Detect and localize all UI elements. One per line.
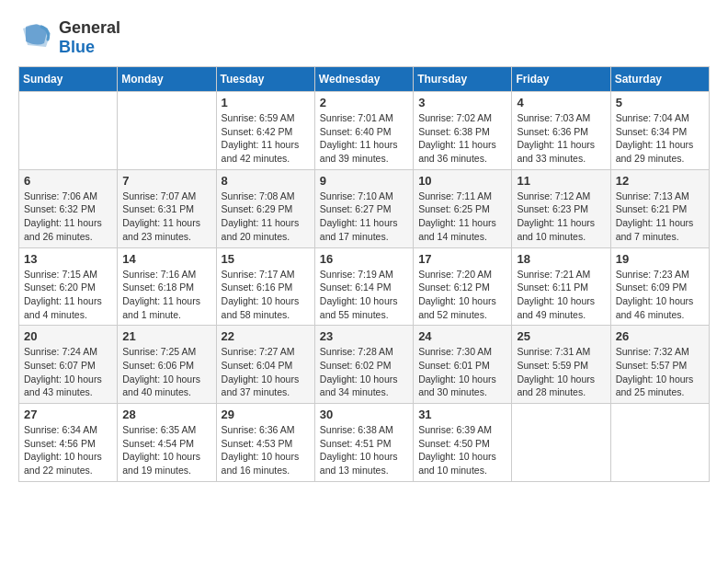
day-number: 21 (122, 329, 210, 343)
logo-icon (18, 19, 55, 56)
calendar-cell: 5Sunrise: 7:04 AM Sunset: 6:34 PM Daylig… (610, 92, 709, 170)
day-number: 13 (24, 252, 112, 266)
day-number: 8 (222, 174, 310, 188)
week-row-1: 1Sunrise: 6:59 AM Sunset: 6:42 PM Daylig… (19, 92, 710, 170)
calendar-cell: 29Sunrise: 6:36 AM Sunset: 4:53 PM Dayli… (216, 404, 314, 482)
day-number: 23 (320, 329, 408, 343)
day-detail: Sunrise: 7:10 AM Sunset: 6:27 PM Dayligh… (320, 190, 408, 244)
calendar-cell: 6Sunrise: 7:06 AM Sunset: 6:32 PM Daylig… (19, 169, 118, 247)
day-number: 7 (122, 174, 210, 188)
day-detail: Sunrise: 7:01 AM Sunset: 6:40 PM Dayligh… (320, 111, 408, 166)
day-number: 3 (418, 96, 506, 109)
calendar-cell: 31Sunrise: 6:39 AM Sunset: 4:50 PM Dayli… (414, 404, 512, 482)
day-detail: Sunrise: 6:35 AM Sunset: 4:54 PM Dayligh… (122, 423, 210, 477)
day-detail: Sunrise: 7:25 AM Sunset: 6:06 PM Dayligh… (122, 345, 210, 399)
calendar-cell: 11Sunrise: 7:12 AM Sunset: 6:23 PM Dayli… (512, 169, 610, 247)
day-detail: Sunrise: 6:38 AM Sunset: 4:51 PM Dayligh… (320, 423, 408, 477)
calendar-cell: 22Sunrise: 7:27 AM Sunset: 6:04 PM Dayli… (216, 326, 314, 404)
weekday-header-thursday: Thursday (414, 67, 512, 92)
day-number: 16 (320, 252, 408, 266)
day-number: 12 (616, 174, 704, 188)
logo-general-text: General (59, 18, 120, 38)
calendar-cell: 3Sunrise: 7:02 AM Sunset: 6:38 PM Daylig… (414, 92, 512, 170)
calendar-cell: 30Sunrise: 6:38 AM Sunset: 4:51 PM Dayli… (314, 404, 413, 482)
calendar-cell: 12Sunrise: 7:13 AM Sunset: 6:21 PM Dayli… (610, 169, 709, 247)
day-number: 30 (320, 408, 408, 421)
calendar-cell: 9Sunrise: 7:10 AM Sunset: 6:27 PM Daylig… (314, 169, 413, 247)
day-detail: Sunrise: 7:04 AM Sunset: 6:34 PM Dayligh… (616, 111, 704, 166)
day-detail: Sunrise: 7:03 AM Sunset: 6:36 PM Dayligh… (517, 111, 605, 166)
calendar-cell: 27Sunrise: 6:34 AM Sunset: 4:56 PM Dayli… (19, 404, 118, 482)
day-detail: Sunrise: 7:15 AM Sunset: 6:20 PM Dayligh… (24, 268, 112, 322)
logo: General Blue (18, 18, 120, 57)
day-detail: Sunrise: 7:02 AM Sunset: 6:38 PM Dayligh… (418, 111, 506, 166)
weekday-header-friday: Friday (512, 67, 610, 92)
day-number: 11 (517, 174, 605, 188)
calendar-cell (512, 404, 610, 482)
day-number: 17 (418, 252, 506, 266)
calendar-cell: 17Sunrise: 7:20 AM Sunset: 6:12 PM Dayli… (414, 247, 512, 326)
day-number: 25 (517, 329, 605, 343)
calendar-cell: 15Sunrise: 7:17 AM Sunset: 6:16 PM Dayli… (216, 247, 314, 326)
day-number: 1 (222, 96, 310, 109)
calendar-cell: 16Sunrise: 7:19 AM Sunset: 6:14 PM Dayli… (314, 247, 413, 326)
day-number: 22 (222, 329, 310, 343)
weekday-header-wednesday: Wednesday (314, 67, 413, 92)
day-number: 20 (24, 329, 112, 343)
day-number: 6 (24, 174, 112, 188)
calendar-cell: 20Sunrise: 7:24 AM Sunset: 6:07 PM Dayli… (19, 326, 118, 404)
calendar-cell: 8Sunrise: 7:08 AM Sunset: 6:29 PM Daylig… (216, 169, 314, 247)
day-number: 4 (517, 96, 605, 109)
weekday-header-monday: Monday (118, 67, 216, 92)
day-detail: Sunrise: 7:08 AM Sunset: 6:29 PM Dayligh… (222, 190, 310, 244)
day-number: 10 (418, 174, 506, 188)
day-number: 31 (418, 408, 506, 421)
day-number: 18 (517, 252, 605, 266)
calendar-cell: 21Sunrise: 7:25 AM Sunset: 6:06 PM Dayli… (118, 326, 216, 404)
calendar-cell: 10Sunrise: 7:11 AM Sunset: 6:25 PM Dayli… (414, 169, 512, 247)
day-number: 29 (222, 408, 310, 421)
day-detail: Sunrise: 7:20 AM Sunset: 6:12 PM Dayligh… (418, 268, 506, 322)
calendar-cell: 28Sunrise: 6:35 AM Sunset: 4:54 PM Dayli… (118, 404, 216, 482)
weekday-header-tuesday: Tuesday (216, 67, 314, 92)
calendar-cell: 23Sunrise: 7:28 AM Sunset: 6:02 PM Dayli… (314, 326, 413, 404)
day-detail: Sunrise: 6:34 AM Sunset: 4:56 PM Dayligh… (24, 423, 112, 477)
day-detail: Sunrise: 7:06 AM Sunset: 6:32 PM Dayligh… (24, 190, 112, 244)
week-row-5: 27Sunrise: 6:34 AM Sunset: 4:56 PM Dayli… (19, 404, 710, 482)
weekday-header-row: SundayMondayTuesdayWednesdayThursdayFrid… (19, 67, 710, 92)
header: General Blue (18, 18, 710, 57)
day-detail: Sunrise: 7:12 AM Sunset: 6:23 PM Dayligh… (517, 190, 605, 244)
day-detail: Sunrise: 7:21 AM Sunset: 6:11 PM Dayligh… (517, 268, 605, 322)
day-number: 26 (616, 329, 704, 343)
day-detail: Sunrise: 7:23 AM Sunset: 6:09 PM Dayligh… (616, 268, 704, 322)
day-detail: Sunrise: 6:59 AM Sunset: 6:42 PM Dayligh… (222, 111, 310, 166)
calendar-cell: 14Sunrise: 7:16 AM Sunset: 6:18 PM Dayli… (118, 247, 216, 326)
day-detail: Sunrise: 7:27 AM Sunset: 6:04 PM Dayligh… (222, 345, 310, 399)
day-detail: Sunrise: 7:31 AM Sunset: 5:59 PM Dayligh… (517, 345, 605, 399)
calendar-cell (118, 92, 216, 170)
calendar-cell (610, 404, 709, 482)
calendar-cell: 13Sunrise: 7:15 AM Sunset: 6:20 PM Dayli… (19, 247, 118, 326)
day-detail: Sunrise: 6:36 AM Sunset: 4:53 PM Dayligh… (222, 423, 310, 477)
weekday-header-sunday: Sunday (19, 67, 118, 92)
logo-blue-text: Blue (59, 38, 120, 57)
calendar-cell (19, 92, 118, 170)
day-number: 5 (616, 96, 704, 109)
day-number: 9 (320, 174, 408, 188)
calendar-cell: 18Sunrise: 7:21 AM Sunset: 6:11 PM Dayli… (512, 247, 610, 326)
day-detail: Sunrise: 7:11 AM Sunset: 6:25 PM Dayligh… (418, 190, 506, 244)
day-detail: Sunrise: 7:32 AM Sunset: 5:57 PM Dayligh… (616, 345, 704, 399)
day-detail: Sunrise: 7:28 AM Sunset: 6:02 PM Dayligh… (320, 345, 408, 399)
day-detail: Sunrise: 6:39 AM Sunset: 4:50 PM Dayligh… (418, 423, 506, 477)
calendar-table: SundayMondayTuesdayWednesdayThursdayFrid… (18, 66, 710, 482)
day-detail: Sunrise: 7:16 AM Sunset: 6:18 PM Dayligh… (122, 268, 210, 322)
day-number: 2 (320, 96, 408, 109)
day-detail: Sunrise: 7:13 AM Sunset: 6:21 PM Dayligh… (616, 190, 704, 244)
day-detail: Sunrise: 7:24 AM Sunset: 6:07 PM Dayligh… (24, 345, 112, 399)
calendar-cell: 24Sunrise: 7:30 AM Sunset: 6:01 PM Dayli… (414, 326, 512, 404)
week-row-3: 13Sunrise: 7:15 AM Sunset: 6:20 PM Dayli… (19, 247, 710, 326)
day-detail: Sunrise: 7:07 AM Sunset: 6:31 PM Dayligh… (122, 190, 210, 244)
day-number: 24 (418, 329, 506, 343)
day-detail: Sunrise: 7:30 AM Sunset: 6:01 PM Dayligh… (418, 345, 506, 399)
calendar-cell: 2Sunrise: 7:01 AM Sunset: 6:40 PM Daylig… (314, 92, 413, 170)
